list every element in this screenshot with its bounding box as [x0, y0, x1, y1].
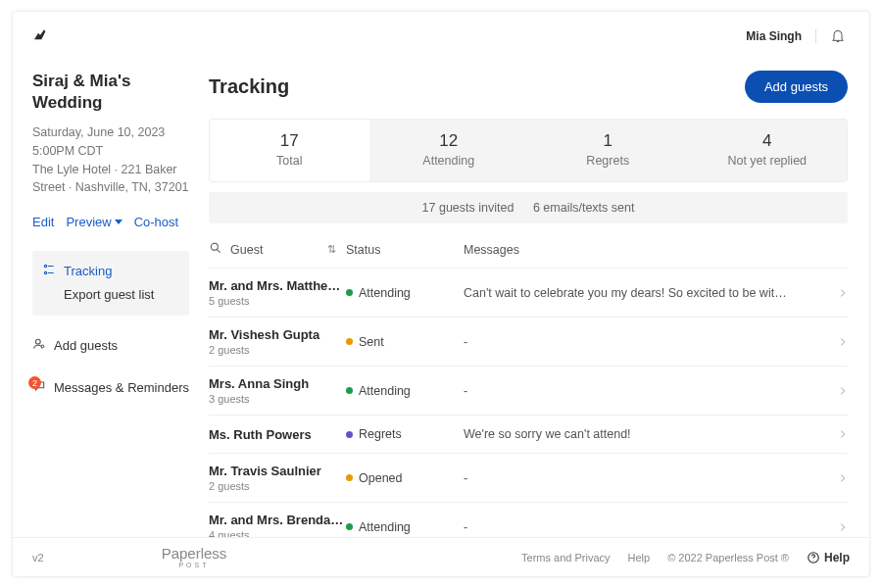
guest-row[interactable]: Mr. and Mrs. Matthe…5 guestsAttendingCan… [209, 269, 848, 318]
edit-event-link[interactable]: Edit [32, 215, 54, 229]
page-title: Tracking [209, 75, 289, 98]
current-user-name[interactable]: Mia Singh [746, 29, 802, 43]
chevron-right-icon [820, 382, 848, 400]
guest-row[interactable]: Mr. and Mrs. Brenda…4 guestsAttending- [209, 503, 848, 537]
table-header-row: Guest ⇅ Status Messages [209, 235, 848, 269]
guest-row[interactable]: Mrs. Anna Singh3 guestsAttending- [209, 367, 848, 416]
tracking-icon [42, 263, 56, 279]
guest-row[interactable]: Mr. Vishesh Gupta2 guestsSent- [209, 318, 848, 367]
help-button[interactable]: Help [807, 551, 850, 564]
guest-status: Sent [346, 335, 464, 349]
help-button-label: Help [824, 551, 850, 564]
stat-label: Attending [369, 154, 529, 168]
event-meta: Saturday, June 10, 2023 5:00PM CDT The L… [32, 123, 189, 197]
event-time: 5:00PM CDT [32, 142, 189, 161]
sidebar-item-messages-reminders[interactable]: 2 Messages & Reminders [32, 375, 189, 400]
footer: v2 Paperless POST Terms and Privacy Help… [13, 537, 869, 576]
guest-count: 2 guests [209, 480, 346, 492]
notifications-bell-icon[interactable] [830, 27, 846, 46]
messages-icon: 2 [32, 379, 46, 396]
guest-message: - [464, 471, 820, 485]
footer-help-link[interactable]: Help [628, 552, 651, 564]
stat-tab-not-yet-replied[interactable]: 4Not yet replied [688, 120, 848, 181]
topbar: Mia Singh [13, 12, 869, 61]
svg-point-1 [44, 272, 46, 274]
guest-message: - [464, 520, 820, 534]
guest-name: Mr. and Mrs. Brenda… [209, 513, 346, 527]
footer-brand-name: Paperless [162, 545, 227, 562]
guest-status: Opened [346, 471, 464, 485]
sidebar-item-label: Messages & Reminders [54, 380, 189, 395]
event-venue: The Lyle Hotel · 221 Baker Street · Nash… [32, 161, 189, 198]
svg-point-2 [36, 340, 41, 345]
logo-bird-icon[interactable] [32, 26, 48, 46]
guest-status: Attending [346, 286, 464, 300]
guest-status: Regrets [346, 427, 464, 441]
chevron-right-icon [820, 469, 848, 487]
guest-count: 4 guests [209, 529, 346, 537]
cohost-link[interactable]: Co-host [134, 215, 179, 229]
guest-row[interactable]: Mr. Travis Saulnier2 guestsOpened- [209, 454, 848, 503]
chevron-right-icon [820, 425, 848, 443]
guest-name: Mr. Travis Saulnier [209, 464, 346, 478]
summary-sent: 6 emails/texts sent [533, 201, 635, 215]
guest-count: 3 guests [209, 393, 346, 405]
preview-label: Preview [66, 215, 111, 229]
status-dot-icon [346, 338, 353, 345]
summary-bar: 17 guests invited 6 emails/texts sent [209, 192, 848, 223]
status-dot-icon [346, 289, 353, 296]
status-dot-icon [346, 523, 353, 530]
chevron-right-icon [820, 333, 848, 351]
guest-count: 2 guests [209, 344, 346, 356]
stat-tab-attending[interactable]: 12Attending [369, 120, 529, 181]
guest-message: - [464, 384, 820, 398]
stat-value: 12 [369, 131, 529, 151]
event-title: Siraj & Mia's Wedding [32, 71, 189, 114]
sidebar-item-label: Add guests [54, 338, 118, 353]
guest-count: 5 guests [209, 295, 346, 307]
stats-tabs: 17Total12Attending1Regrets4Not yet repli… [209, 119, 848, 182]
sidebar-item-label: Export guest list [64, 287, 155, 302]
stat-value: 17 [210, 131, 369, 151]
svg-point-0 [44, 266, 46, 268]
topbar-divider [815, 29, 816, 43]
preview-event-link[interactable]: Preview [66, 215, 122, 229]
column-guest-label[interactable]: Guest [230, 243, 263, 257]
sidebar-item-tracking[interactable]: Tracking [42, 259, 179, 283]
chevron-right-icon [820, 284, 848, 302]
guest-message: - [464, 335, 820, 349]
add-guests-button[interactable]: Add guests [745, 71, 848, 103]
stat-tab-regrets[interactable]: 1Regrets [528, 120, 688, 181]
footer-brand-sub: POST [162, 562, 227, 568]
guest-status: Attending [346, 384, 464, 398]
guest-message: Can't wait to celebrate you my dears! So… [464, 286, 820, 300]
sidebar-item-add-guests[interactable]: Add guests [32, 333, 189, 358]
svg-point-4 [211, 243, 218, 250]
guest-row[interactable]: Ms. Ruth PowersRegretsWe're so sorry we … [209, 416, 848, 454]
stat-tab-total[interactable]: 17Total [210, 120, 369, 181]
status-dot-icon [346, 387, 353, 394]
sort-icon[interactable]: ⇅ [327, 243, 336, 256]
footer-brand: Paperless POST [162, 546, 227, 568]
app-version: v2 [32, 552, 44, 564]
sidebar: Siraj & Mia's Wedding Saturday, June 10,… [13, 61, 203, 537]
guest-name: Mr. and Mrs. Matthe… [209, 278, 346, 293]
chevron-right-icon [820, 518, 848, 536]
guest-message: We're so sorry we can't attend! [464, 427, 820, 441]
column-status-label[interactable]: Status [346, 243, 464, 257]
guest-name: Mrs. Anna Singh [209, 376, 346, 391]
stat-label: Regrets [528, 154, 688, 168]
status-dot-icon [346, 431, 353, 438]
svg-point-6 [813, 560, 814, 561]
guest-name: Mr. Vishesh Gupta [209, 327, 346, 342]
add-guest-icon [32, 337, 46, 354]
main-content: Tracking Add guests 17Total12Attending1R… [203, 61, 869, 537]
footer-terms-link[interactable]: Terms and Privacy [521, 552, 610, 564]
column-messages-label[interactable]: Messages [464, 243, 820, 257]
sidebar-item-export-guest-list[interactable]: Export guest list [64, 283, 179, 306]
guest-rows: Mr. and Mrs. Matthe…5 guestsAttendingCan… [209, 269, 848, 537]
guest-status: Attending [346, 520, 464, 534]
stat-label: Not yet replied [688, 154, 848, 168]
search-icon[interactable] [209, 241, 222, 258]
summary-invited: 17 guests invited [422, 201, 514, 215]
